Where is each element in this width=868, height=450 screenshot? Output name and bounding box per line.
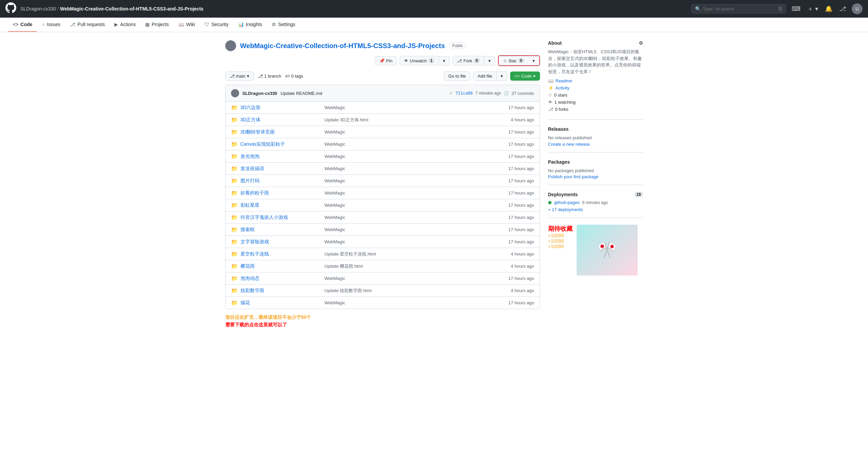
table-row: 📁 泡泡动态 WebMagic 17 hours ago bbox=[226, 272, 540, 285]
watch-button[interactable]: 👁 Unwatch 1 bbox=[400, 56, 439, 65]
tab-pull-requests[interactable]: ⎇ Pull requests bbox=[65, 18, 110, 32]
branch-count[interactable]: ⎇ 1 branch bbox=[258, 74, 282, 79]
file-name[interactable]: 文字冒险游戏 bbox=[240, 239, 322, 245]
github-pages-link[interactable]: github-pages bbox=[554, 200, 580, 205]
fork-dropdown[interactable]: ▾ bbox=[484, 56, 495, 65]
about-section: About ⚙ WebMagic：创意HTML5、CSS3和JS项目的集合，探索… bbox=[548, 40, 643, 120]
plus-10086-1: +10086 bbox=[548, 233, 573, 238]
no-releases-text: No releases published bbox=[548, 135, 643, 141]
main-container: WebMagic-Creative-Collection-of-HTML5-CS… bbox=[217, 32, 651, 339]
commit-message: Update README.md bbox=[281, 91, 446, 96]
tab-settings[interactable]: ⚙ Settings bbox=[267, 18, 300, 32]
commit-count[interactable]: 37 commits bbox=[512, 91, 534, 96]
file-name[interactable]: 炫彩数字雨 bbox=[240, 288, 322, 294]
add-file-button[interactable]: Add file bbox=[473, 71, 497, 81]
table-row: 📁 发送祝福语 WebMagic 17 hours ago bbox=[226, 163, 540, 175]
branch-selector[interactable]: ⎇ main ▾ bbox=[225, 71, 254, 81]
file-name[interactable]: 搜索框 bbox=[240, 227, 322, 233]
file-commit-message: WebMagic bbox=[325, 276, 491, 281]
file-name[interactable]: 星空粒子连线 bbox=[240, 251, 322, 257]
readme-link[interactable]: 📖 Readme bbox=[548, 78, 643, 83]
file-name[interactable]: 樱花雨 bbox=[240, 263, 322, 269]
folder-icon: 📁 bbox=[231, 202, 238, 208]
breadcrumb-repo[interactable]: WebMagic-Creative-Collection-of-HTML5-CS… bbox=[60, 6, 204, 12]
file-commit-time: 17 hours ago bbox=[494, 129, 534, 135]
tab-insights[interactable]: 📊 Insights bbox=[233, 18, 267, 32]
file-name[interactable]: 烟花 bbox=[240, 300, 322, 306]
file-name[interactable]: 好看的粒子雨 bbox=[240, 190, 322, 196]
repo-header: WebMagic-Creative-Collection-of-HTML5-CS… bbox=[225, 40, 540, 66]
pin-icon: 📌 bbox=[379, 58, 385, 63]
anime-image bbox=[577, 225, 638, 275]
chevron-down-icon: ▾ bbox=[247, 74, 249, 79]
plus-10086-3: +10086 bbox=[548, 244, 573, 249]
commit-hash[interactable]: 711ca88 bbox=[456, 91, 473, 96]
fork-button[interactable]: ⎇ Fork 0 bbox=[452, 56, 484, 65]
table-row: 📁 星空粒子连线 Update 星空粒子连线.html 4 hours ago bbox=[226, 248, 540, 260]
commit-time: 7 minutes ago bbox=[476, 91, 501, 96]
star-button[interactable]: ☆ Star 0 bbox=[499, 56, 528, 65]
search-box[interactable]: 🔍 / bbox=[691, 4, 786, 14]
user-avatar[interactable]: U bbox=[852, 3, 863, 14]
branch-icon: ⎇ bbox=[230, 74, 235, 79]
table-row: 📁 抖音汉字鬼抓人小游戏 WebMagic 17 hours ago bbox=[226, 211, 540, 224]
file-name[interactable]: 发光泡泡 bbox=[240, 154, 322, 160]
file-commit-message: WebMagic bbox=[325, 166, 491, 171]
goto-file-button[interactable]: Go to file bbox=[444, 71, 470, 81]
folder-icon: 📁 bbox=[231, 214, 238, 221]
file-name[interactable]: 泡泡动态 bbox=[240, 275, 322, 282]
tab-security[interactable]: 🛡 Security bbox=[200, 18, 233, 32]
gear-icon[interactable]: ⚙ bbox=[639, 40, 643, 46]
plus-10086-2: +10086 bbox=[548, 238, 573, 244]
table-row: 📁 樱花雨 Update 樱花雨.html 4 hours ago bbox=[226, 260, 540, 272]
annotation-collect: 期待收藏 +10086 +10086 +10086 bbox=[548, 225, 643, 275]
file-name[interactable]: 图片打码 bbox=[240, 178, 322, 184]
notification-icon-btn[interactable]: 🔔 bbox=[824, 4, 834, 14]
tab-code[interactable]: <> Code bbox=[8, 18, 37, 32]
tab-issues[interactable]: ○ Issues bbox=[37, 18, 65, 32]
repo-title[interactable]: WebMagic-Creative-Collection-of-HTML5-CS… bbox=[240, 42, 445, 50]
file-commit-time: 17 hours ago bbox=[494, 178, 534, 183]
watch-dropdown[interactable]: ▾ bbox=[439, 56, 450, 65]
github-logo-icon[interactable] bbox=[5, 2, 16, 15]
code-button[interactable]: <> Code ▾ bbox=[510, 71, 540, 81]
settings-icon: ⚙ bbox=[272, 22, 276, 27]
folder-icon: 📁 bbox=[231, 104, 238, 111]
file-name[interactable]: 发送祝福语 bbox=[240, 166, 322, 172]
plus-icon-btn[interactable]: ＋ ▾ bbox=[806, 3, 819, 14]
pin-button[interactable]: 📌 Pin bbox=[375, 56, 397, 65]
insights-icon: 📊 bbox=[238, 22, 244, 27]
add-file-dropdown[interactable]: ▾ bbox=[497, 71, 507, 81]
terminal-icon-btn[interactable]: ⌨ bbox=[790, 4, 802, 14]
breadcrumb-sep: / bbox=[57, 6, 59, 12]
tab-wiki[interactable]: 📖 Wiki bbox=[174, 18, 200, 32]
file-name[interactable]: Canvas实现炫彩粒子 bbox=[240, 141, 322, 147]
tag-count[interactable]: 🏷 0 tags bbox=[285, 74, 303, 79]
pin-btn-group: 📌 Pin bbox=[375, 56, 397, 65]
code-icon: <> bbox=[13, 22, 18, 27]
breadcrumb-user[interactable]: SLDragon-cx330 bbox=[20, 6, 56, 12]
file-name[interactable]: 3D六边形 bbox=[240, 105, 322, 111]
commit-author-avatar bbox=[231, 89, 239, 97]
tab-actions[interactable]: ▶ Actions bbox=[110, 18, 140, 32]
star-dropdown[interactable]: ▾ bbox=[528, 56, 539, 65]
create-release-link[interactable]: Create a new release bbox=[548, 142, 590, 147]
activity-link[interactable]: ⚡ Activity bbox=[548, 85, 643, 90]
fork-icon-btn[interactable]: ⎇ bbox=[838, 4, 848, 14]
publish-package-link[interactable]: Publish your first package bbox=[548, 174, 599, 179]
table-row: 📁 图片打码 WebMagic 17 hours ago bbox=[226, 175, 540, 187]
file-name[interactable]: 3D正方体 bbox=[240, 117, 322, 123]
more-deployments-link[interactable]: + 17 deployments bbox=[548, 207, 643, 212]
file-commit-time: 4 hours ago bbox=[494, 264, 534, 269]
file-name[interactable]: 3D翻转登录页面 bbox=[240, 129, 322, 135]
visibility-badge: Public bbox=[449, 42, 466, 49]
file-name[interactable]: 抖音汉字鬼抓人小游戏 bbox=[240, 214, 322, 221]
commit-author-name[interactable]: SLDragon-cx330 bbox=[243, 91, 277, 96]
file-name[interactable]: 彩虹星星 bbox=[240, 202, 322, 208]
folder-icon: 📁 bbox=[231, 263, 238, 269]
tab-projects[interactable]: ▦ Projects bbox=[140, 18, 174, 32]
code-icon: <> bbox=[515, 74, 520, 79]
file-commit-time: 4 hours ago bbox=[494, 251, 534, 257]
actions-icon: ▶ bbox=[114, 22, 118, 27]
search-input[interactable] bbox=[703, 6, 776, 12]
